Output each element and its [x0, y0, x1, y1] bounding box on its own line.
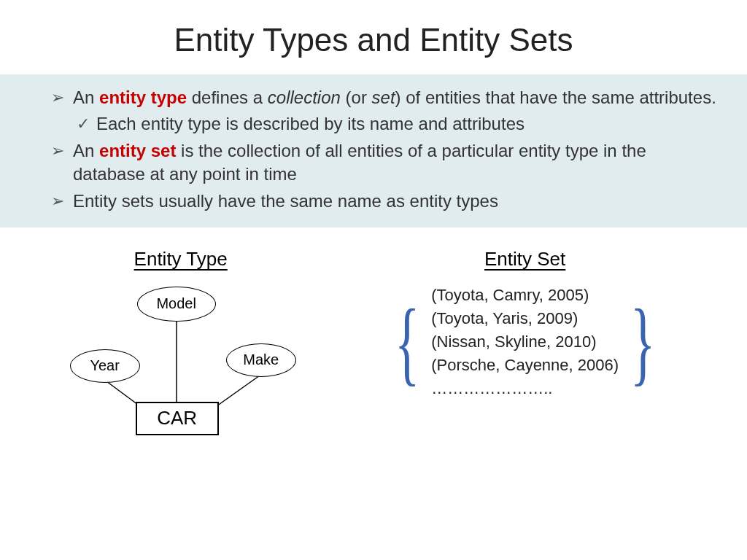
- set-row-ellipsis: …………………..: [431, 377, 619, 400]
- entity-type-heading: Entity Type: [29, 248, 332, 271]
- set-row: (Porsche, Cayenne, 2006): [431, 354, 619, 377]
- set-row: (Nissan, Skyline, 2010): [431, 330, 619, 354]
- term-entity-type: entity type: [99, 88, 187, 107]
- set-row: (Toyota, Yaris, 2009): [431, 307, 619, 330]
- text: defines a: [187, 88, 268, 107]
- set-row: (Toyota, Camry, 2005): [431, 284, 619, 307]
- italic-collection: collection: [268, 88, 341, 107]
- attribute-model: Model: [137, 287, 216, 322]
- text: An: [73, 88, 99, 107]
- bullet-3: Entity sets usually have the same name a…: [51, 190, 721, 213]
- attribute-year: Year: [70, 349, 140, 383]
- page-title: Entity Types and Entity Sets: [0, 0, 747, 74]
- attribute-make: Make: [226, 343, 296, 377]
- term-entity-set: entity set: [99, 141, 176, 160]
- text: ) of entities that have the same attribu…: [395, 88, 716, 107]
- italic-set: set: [372, 88, 395, 107]
- text: (or: [341, 88, 372, 107]
- entity-type-column: Entity Type Model Year Make CAR: [29, 248, 332, 444]
- lower-section: Entity Type Model Year Make CAR Entity S…: [0, 248, 747, 444]
- text: An: [73, 141, 99, 160]
- bullet-2: An entity set is the collection of all e…: [51, 139, 721, 187]
- entity-set-heading: Entity Set: [332, 248, 718, 271]
- brace-open-icon: {: [395, 295, 419, 389]
- entity-set-wrap: { (Toyota, Camry, 2005) (Toyota, Yaris, …: [376, 284, 675, 400]
- entity-set-list: (Toyota, Camry, 2005) (Toyota, Yaris, 20…: [430, 284, 620, 400]
- entity-car: CAR: [136, 402, 219, 435]
- entity-set-column: Entity Set { (Toyota, Camry, 2005) (Toyo…: [332, 248, 718, 444]
- brace-close-icon: }: [630, 295, 655, 389]
- er-diagram: Model Year Make CAR: [50, 284, 312, 444]
- bullet-1-sub: Each entity type is described by its nam…: [51, 112, 721, 136]
- content-box: An entity type defines a collection (or …: [0, 74, 747, 228]
- bullet-1: An entity type defines a collection (or …: [51, 86, 721, 109]
